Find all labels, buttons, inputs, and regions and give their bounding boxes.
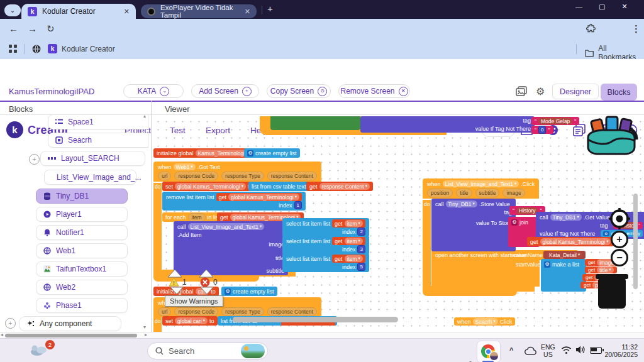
block-get-kamus[interactable]: getglobal Kamus_Terminologi▾	[216, 193, 302, 201]
param-pill[interactable]: subtitle	[475, 189, 500, 197]
block-set-cari[interactable]: setglobal cari▾to	[162, 316, 218, 326]
block-get-item[interactable]: getitem▾	[332, 237, 365, 245]
param-pill[interactable]: response Type	[221, 172, 264, 180]
workspace-hscrollbar[interactable]	[233, 317, 398, 322]
component-dropdown[interactable]: Tiny_DB1▾	[446, 200, 477, 207]
block-get-item[interactable]: getitem▾	[332, 219, 365, 228]
warning-counter[interactable]: ! 1	[169, 277, 187, 287]
block-get-title[interactable]: gettitle▾	[585, 266, 617, 273]
block-when-web1-gottext[interactable]: whenWeb1▾.Got Text url response Code res…	[153, 162, 321, 182]
forward-button[interactable]: →	[28, 23, 37, 34]
expand-arrow-icon[interactable]	[170, 287, 184, 295]
expand-icon[interactable]: +	[5, 318, 16, 329]
sidebar-item-tinydb1[interactable]: Tiny_DB1	[36, 189, 128, 204]
search-box[interactable]: Search	[147, 343, 268, 359]
backpack-icon[interactable]	[584, 115, 640, 156]
block-get-value-partial[interactable]: tag value If Tag Not There	[360, 116, 535, 133]
sidebar-item-taifuntextbox1[interactable]: TaifunTextbox1	[36, 261, 128, 277]
apps-grid-icon[interactable]	[9, 45, 18, 53]
mutator-gear-icon[interactable]: ⚙	[247, 150, 253, 156]
mutator-gear-icon[interactable]: ⚙	[225, 288, 231, 295]
param-pill[interactable]: response Type	[221, 307, 264, 316]
number-value[interactable]: 3	[357, 245, 365, 253]
wifi-icon[interactable]	[561, 346, 572, 354]
trash-can[interactable]	[598, 277, 626, 309]
tab-exoplayer[interactable]: ExoPlayer Video Tidak Tampil ✕	[141, 4, 257, 18]
minimize-button[interactable]: —	[575, 3, 582, 11]
number-value[interactable]: 2	[357, 228, 365, 236]
block-when-listview-click[interactable]: whenList_View_Image_and_Text1▾.Click pos…	[423, 178, 539, 199]
tab-search-button[interactable]: ⌄	[4, 4, 21, 16]
variable-dropdown[interactable]: global Kamus_Terminologi▾	[540, 238, 611, 245]
add-screen-button[interactable]: Add Screen+	[191, 84, 259, 98]
language-indicator[interactable]: ENGUS	[541, 343, 555, 358]
sidebar-item-listview[interactable]: List_View_Image_and_...	[44, 170, 136, 185]
block-get-response-content[interactable]: getresponse Content▾	[306, 182, 373, 191]
block-open-screen-bottom[interactable]	[431, 283, 529, 290]
volume-icon[interactable]	[575, 345, 586, 354]
param-pill[interactable]: url	[158, 307, 171, 316]
block-get-kamus2[interactable]: getglobal Kamus_Terminologi▾	[527, 237, 614, 246]
param-pill[interactable]: image	[502, 189, 525, 197]
weather-widget[interactable]: 2	[29, 343, 48, 356]
block-rail[interactable]	[423, 290, 517, 296]
tray-expand-icon[interactable]: ^	[509, 346, 513, 354]
block-make-a-list[interactable]: ⚙make a list	[541, 259, 586, 292]
block-call-store-value[interactable]: callTiny_DB1▾.Store Value tag value To S…	[431, 199, 516, 251]
scroll-left-icon[interactable]: ◂	[1, 332, 3, 337]
block-get-item[interactable]: getitem▾	[332, 255, 365, 263]
sidebar-item-player1[interactable]: Player1	[36, 207, 128, 222]
block-create-empty-list[interactable]: ⚙create empty list	[221, 287, 277, 296]
new-tab-button[interactable]: +	[267, 3, 273, 14]
variable-dropdown[interactable]: title▾	[597, 266, 614, 273]
block-partial-green[interactable]	[270, 116, 360, 130]
block-init-global-kamus[interactable]: initialize global Kamus_Terminologi to	[153, 148, 257, 158]
component-dropdown[interactable]: Web1▾	[174, 163, 196, 170]
search-highlight-image[interactable]	[241, 344, 265, 358]
block-rail[interactable]	[423, 200, 431, 290]
recenter-blocks-icon[interactable]	[608, 207, 631, 231]
block-remove-list-item[interactable]: remove list item list getglobal Kamus_Te…	[162, 192, 306, 211]
remove-screen-button[interactable]: Remove Screen✕	[338, 84, 410, 98]
workspace-vscrollbar[interactable]	[633, 194, 638, 289]
settings-gear-icon[interactable]: ⚙	[536, 85, 545, 97]
page-scrollbar[interactable]: ◂ ▸	[0, 332, 644, 338]
block-select-list-item-subtitle[interactable]: select list item listgetitem▾ index5	[282, 253, 369, 272]
block-text-default[interactable]: "0"	[531, 126, 553, 134]
mutator-gear-icon[interactable]: ⚙	[544, 261, 550, 268]
param-pill[interactable]: response Content	[267, 307, 317, 316]
designer-view-button[interactable]: Designer	[552, 84, 599, 99]
component-dropdown[interactable]: List_View_Image_and_Text1▾	[188, 223, 265, 230]
globe-icon[interactable]	[31, 44, 42, 54]
variable-dropdown[interactable]: response Content▾	[319, 183, 370, 190]
variable-dropdown[interactable]: global Kamus_Terminologi▾	[228, 194, 299, 200]
screen-selector[interactable]: KATA⌄	[123, 84, 184, 98]
block-screen-kata-detail[interactable]: Kata_Detail▾	[543, 251, 586, 259]
close-window-button[interactable]: ✕	[621, 3, 627, 11]
block-list-from-csv[interactable]: list from csv table text	[248, 182, 309, 191]
kodular-logo[interactable]: k	[6, 121, 23, 138]
sidebar-item-phase1[interactable]: Phase1	[36, 298, 128, 313]
reload-button[interactable]: ↻	[47, 23, 55, 35]
mutator-gear-icon[interactable]: ⚙	[603, 231, 609, 236]
close-tab-icon[interactable]: ✕	[245, 8, 250, 16]
sidebar-item-any-component[interactable]: Any component	[19, 316, 121, 331]
param-pill[interactable]: title	[456, 189, 472, 197]
variable-dropdown[interactable]: item▾	[345, 255, 363, 262]
component-dropdown[interactable]: List_View_Image_and_Text1▾	[443, 180, 519, 187]
collapse-arrow-icon[interactable]	[167, 269, 182, 278]
component-dropdown[interactable]: Seacrh▾	[473, 318, 498, 325]
param-pill[interactable]: response Code	[174, 307, 218, 316]
mutator-gear-icon[interactable]: ⚙	[511, 219, 518, 226]
scrollbar-thumb[interactable]	[5, 334, 137, 337]
expand-icon[interactable]: +	[29, 154, 40, 165]
variable-dropdown[interactable]: global cari▾	[175, 317, 208, 324]
block-select-list-item-title[interactable]: select list item listgetitem▾ index3	[282, 236, 369, 255]
onedrive-icon[interactable]	[525, 346, 537, 355]
bookmark-kodular[interactable]: k Kodular Creator	[48, 44, 115, 53]
block-call-add-item[interactable]: callList_View_Image_and_Text1▾ .Add Item…	[174, 221, 288, 275]
variable-dropdown[interactable]: global Kamus_Terminologi▾	[175, 183, 246, 190]
clock[interactable]: 11:32 20/06/2025	[591, 343, 638, 358]
component-dropdown[interactable]: Tiny_DB1▾	[550, 214, 582, 221]
browser-menu-icon[interactable]: ⋮	[631, 23, 641, 35]
